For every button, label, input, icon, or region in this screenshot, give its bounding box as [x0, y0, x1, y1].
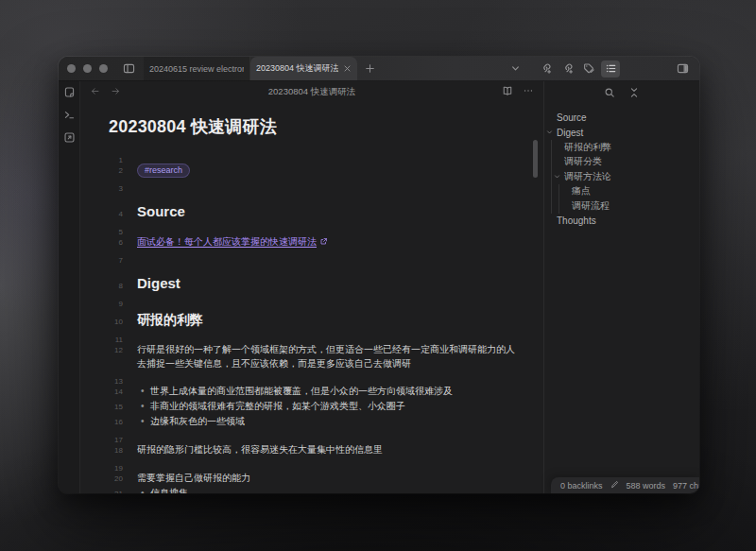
editor-bullet[interactable]: 边缘和灰色的一些领域: [137, 414, 519, 428]
line-number: 14: [109, 385, 137, 399]
editor-line[interactable]: 7: [109, 250, 543, 263]
terminal-icon[interactable]: [63, 109, 76, 121]
inline-note-title[interactable]: 20230804 快速调研法: [109, 115, 543, 138]
empty-line[interactable]: [137, 370, 519, 384]
empty-line[interactable]: [137, 250, 519, 263]
sidebar-right-toggle-icon[interactable]: [673, 60, 692, 77]
outline-item[interactable]: 调研流程: [572, 198, 699, 214]
empty-line[interactable]: [137, 429, 519, 442]
editor-line[interactable]: 6面试必备！每个人都应该掌握的快速调研法: [109, 234, 543, 250]
window-controls: [59, 57, 117, 80]
popout-window-icon[interactable]: [63, 131, 76, 144]
external-article-link[interactable]: 面试必备！每个人都应该掌握的快速调研法: [137, 236, 317, 247]
more-options-icon[interactable]: [523, 83, 534, 100]
empty-line[interactable]: [137, 221, 519, 234]
editor-line[interactable]: 2#research: [109, 163, 543, 178]
outline-item-label: 调研分类: [564, 155, 602, 168]
editor-paragraph[interactable]: 行研是很好的一种了解一个领域框架的方式，但更适合一些已经有一定商业和调研能力的人…: [137, 342, 519, 370]
sidebar-left-toggle-icon[interactable]: [117, 57, 140, 80]
editor-heading-3[interactable]: 研报的利弊: [137, 311, 519, 328]
tab-inactive[interactable]: 20240615 review electron IPC: [144, 57, 250, 80]
tab-list-dropdown-icon[interactable]: [506, 60, 524, 77]
outline-group: 研报的利弊调研分类调研方法论痛点调研流程: [551, 140, 699, 214]
editor-line[interactable]: 5: [109, 221, 543, 234]
outline-item[interactable]: 研报的利弊: [564, 140, 699, 155]
reading-view-icon[interactable]: [502, 83, 513, 100]
forward-arrow-icon[interactable]: [111, 83, 121, 100]
outline-item-label: Thoughts: [557, 215, 596, 226]
editor-paragraph[interactable]: 研报的隐形门槛比较高，很容易迷失在大量集中性的信息里: [137, 442, 519, 456]
outline-item[interactable]: Thoughts: [557, 214, 699, 229]
empty-line[interactable]: [137, 149, 519, 163]
editor-pane: 20230804 快速调研法 20230804 快速调研法 12#researc…: [80, 81, 543, 493]
editor-line[interactable]: 10研报的利弊: [109, 306, 543, 329]
backlinks-count[interactable]: 0 backlinks: [560, 481, 603, 491]
link-line[interactable]: 面试必备！每个人都应该掌握的快速调研法: [137, 234, 519, 249]
line-number: 20: [109, 472, 137, 486]
empty-line[interactable]: [137, 293, 519, 306]
editor-bullet[interactable]: 信息搜集: [137, 486, 519, 493]
line-number: 3: [109, 181, 137, 196]
empty-line[interactable]: [137, 329, 519, 342]
edit-mode-pencil-icon: [610, 480, 619, 491]
chevron-down-icon[interactable]: [545, 129, 554, 137]
editor-paragraph[interactable]: 需要掌握自己做研报的能力: [137, 471, 519, 485]
editor-line[interactable]: 12行研是很好的一种了解一个领域框架的方式，但更适合一些已经有一定商业和调研能力…: [109, 342, 543, 370]
editor-line[interactable]: 3: [109, 178, 543, 191]
outline-item[interactable]: Source: [557, 111, 699, 126]
back-arrow-icon[interactable]: [90, 83, 100, 100]
editor-line[interactable]: 14世界上成体量的商业范围都能被覆盖，但是小众的一些方向领域很难涉及: [109, 384, 543, 399]
new-tab-button[interactable]: [357, 57, 382, 80]
editor-bullet[interactable]: 世界上成体量的商业范围都能被覆盖，但是小众的一些方向领域很难涉及: [137, 384, 519, 398]
editor-line[interactable]: 15非商业的领域很难有完整的研报，如某个游戏类型、小众圈子: [109, 399, 543, 414]
outline-item[interactable]: 调研分类: [564, 155, 699, 170]
collapse-all-icon[interactable]: [628, 85, 640, 102]
editor-line[interactable]: 20需要掌握自己做研报的能力: [109, 471, 543, 486]
word-count[interactable]: 588 words: [627, 481, 666, 491]
outline-list-icon[interactable]: [601, 60, 620, 77]
tab-close-icon[interactable]: [343, 64, 352, 73]
workspace: 20230804 快速调研法 20230804 快速调研法 12#researc…: [59, 81, 699, 493]
files-icon[interactable]: [63, 86, 76, 98]
zoom-window-button[interactable]: [99, 64, 108, 73]
link-add-alt-icon[interactable]: [558, 60, 576, 77]
app-window: 20240615 review electron IPC20230804 快速调…: [59, 57, 699, 493]
editor-line[interactable]: 8Digest: [109, 263, 543, 293]
line-number: 9: [109, 297, 137, 311]
editor-line[interactable]: 4Source: [109, 191, 543, 221]
editor-line[interactable]: 1: [109, 149, 543, 163]
tag-pill[interactable]: #research: [137, 164, 190, 178]
tag-line[interactable]: #research: [137, 163, 519, 178]
editor-line[interactable]: 21信息搜集: [109, 486, 543, 493]
editor-line[interactable]: 13: [109, 370, 543, 384]
empty-line[interactable]: [137, 457, 519, 471]
close-window-button[interactable]: [67, 64, 76, 73]
chevron-down-icon[interactable]: [553, 172, 561, 181]
minimize-window-button[interactable]: [83, 64, 92, 73]
character-count[interactable]: 977 characters: [673, 481, 699, 491]
note-editor[interactable]: 20230804 快速调研法 12#research34Source56面试必备…: [80, 102, 543, 493]
editor-line[interactable]: 17: [109, 429, 543, 442]
line-number: 2: [109, 164, 137, 178]
editor-line[interactable]: 18研报的隐形门槛比较高，很容易迷失在大量集中性的信息里: [109, 442, 543, 457]
editor-line[interactable]: 11: [109, 329, 543, 342]
line-number: 7: [109, 253, 137, 267]
external-link-icon[interactable]: [319, 235, 328, 250]
tags-icon[interactable]: [579, 60, 598, 77]
editor-bullet[interactable]: 非商业的领域很难有完整的研报，如某个游戏类型、小众圈子: [137, 399, 519, 413]
outline-item[interactable]: Digest: [557, 126, 699, 141]
editor-line[interactable]: 16边缘和灰色的一些领域: [109, 414, 543, 429]
outline-group: 痛点调研流程: [558, 184, 699, 214]
outline-item[interactable]: 痛点: [572, 184, 699, 199]
outline-item[interactable]: 调研方法论: [564, 169, 699, 184]
search-icon[interactable]: [604, 85, 615, 102]
line-number: 15: [109, 400, 137, 414]
editor-line[interactable]: 19: [109, 457, 543, 471]
tab-active[interactable]: 20230804 快速调研法: [250, 57, 357, 80]
editor-line[interactable]: 9: [109, 293, 543, 306]
editor-scrollbar[interactable]: [533, 140, 538, 178]
editor-heading-2[interactable]: Source: [137, 202, 519, 220]
empty-line[interactable]: [137, 178, 519, 191]
editor-heading-2[interactable]: Digest: [137, 274, 519, 292]
link-add-icon[interactable]: [536, 60, 555, 77]
